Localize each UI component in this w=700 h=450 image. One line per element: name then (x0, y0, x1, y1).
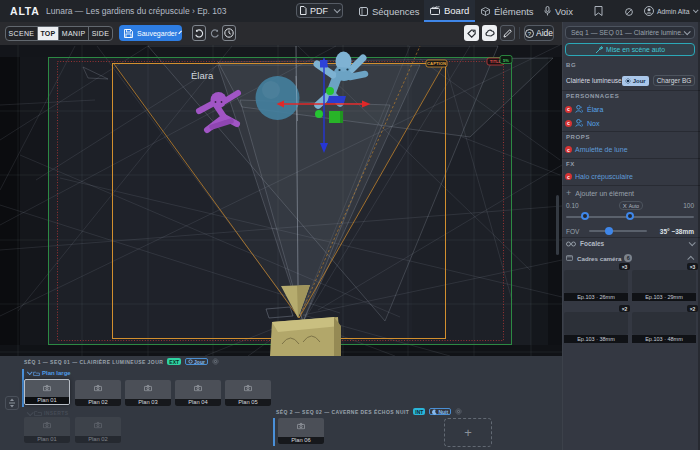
svg-text:5%: 5% (503, 58, 509, 63)
svg-text:CAPTION: CAPTION (427, 61, 446, 66)
svg-text:Élara: Élara (191, 70, 214, 81)
svg-text:?: ? (528, 30, 532, 36)
